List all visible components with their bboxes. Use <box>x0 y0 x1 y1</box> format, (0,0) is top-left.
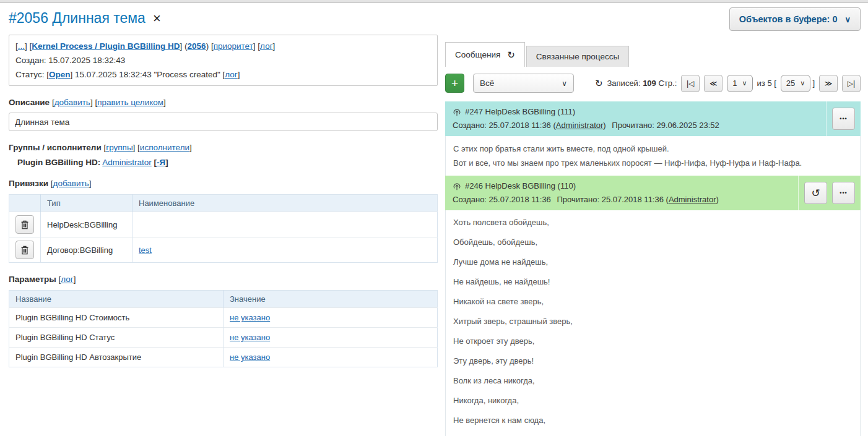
group-name: Plugin BGBilling HD: <box>17 158 100 167</box>
more-actions-button[interactable]: ••• <box>832 182 855 204</box>
message-header[interactable]: #247 HelpDesk BGBilling (111) Создано: 2… <box>445 101 861 136</box>
plus-icon: + <box>451 77 458 90</box>
param-value-link[interactable]: не указано <box>230 353 270 362</box>
bracket: ] [ <box>25 41 32 51</box>
buffer-button[interactable]: Объектов в буфере: 0 ∨ <box>729 7 861 31</box>
message-line: Не вернется к нам сюда, <box>453 416 853 425</box>
message-actions: ↺ ••• <box>799 176 861 210</box>
page-of-label: из 5 [ <box>757 79 776 88</box>
param-value-link[interactable]: не указано <box>230 333 270 342</box>
process-info-line: [...] [Kernel Process / Plugin BGBilling… <box>15 39 431 53</box>
groups-link[interactable]: группы <box>106 143 132 152</box>
more-actions-button[interactable]: ••• <box>832 108 855 130</box>
status-line: Статус: [Open] 15.07.2025 18:32:43 "Proc… <box>15 67 431 82</box>
bindings-heading-label: Привязки <box>9 179 48 188</box>
message-meta: #246 HelpDesk BGBilling (110) Создано: 2… <box>445 176 798 210</box>
message-filter-select[interactable]: Всё ∨ <box>473 74 574 93</box>
status-open-link[interactable]: Open <box>49 70 71 79</box>
param-value-link[interactable]: не указано <box>230 313 270 322</box>
chevron-down-icon: ∨ <box>844 15 851 24</box>
bracket: ] <box>165 158 168 167</box>
delete-binding-button[interactable] <box>15 215 34 234</box>
log-link[interactable]: лог <box>260 41 272 51</box>
status-text: Статус: [ <box>15 70 49 79</box>
reply-button[interactable]: ↺ <box>804 182 827 204</box>
tab-related-label: Связанные процессы <box>536 52 619 61</box>
refresh-icon[interactable]: ↻ <box>507 49 515 61</box>
bindings-table: Тип Наименование HelpDesk:BGBilling Дого… <box>9 194 438 263</box>
message-line: Не найдешь, не найдешь! <box>453 277 853 286</box>
prev-page-button[interactable]: ≪ <box>704 75 723 92</box>
priority-link[interactable]: приоритет <box>214 41 253 51</box>
refresh-icon[interactable]: ↻ <box>595 78 603 89</box>
table-row: Договор:BGBilling test <box>9 237 438 263</box>
binding-name <box>132 212 438 237</box>
description-input[interactable] <box>9 113 438 131</box>
param-name: Plugin BGBilling HD Автозакрытие <box>9 348 224 367</box>
executors-link[interactable]: исполнители <box>140 143 189 152</box>
message-body: С этих пор братья стали жить вместе, под… <box>445 136 861 176</box>
bracket: ] <box>163 98 166 107</box>
message-line: Волк из леса никогда, <box>453 376 853 385</box>
bracket: ] <box>273 41 276 51</box>
trash-icon <box>20 220 29 229</box>
created-line: Создан: 15.07.2025 18:32:43 <box>15 53 431 67</box>
table-row: HelpDesk:BGBilling <box>9 212 438 237</box>
tab-messages-label: Сообщения <box>455 50 500 59</box>
close-icon[interactable]: × <box>153 12 161 25</box>
params-heading: Параметры [лог] <box>9 275 438 284</box>
status-text: ] 15.07.2025 18:32:43 "Process created" … <box>70 70 225 79</box>
description-add-link[interactable]: добавить <box>54 98 90 107</box>
next-page-icon: ≫ <box>825 79 833 88</box>
next-page-button[interactable]: ≫ <box>819 75 838 92</box>
process-type-link[interactable]: Kernel Process / Plugin BGBilling HD <box>32 41 180 51</box>
messages-toolbar: + Всё ∨ ↻ Записей: 109 Стр.: |◁ ≪ 1 ∨ из… <box>445 74 861 93</box>
created-label: ) <box>603 121 605 130</box>
executor-link[interactable]: Administrator <box>102 158 152 167</box>
page-size-select[interactable]: 25 ∨ <box>781 75 811 92</box>
page-title: #2056 Длинная тема <box>9 10 145 27</box>
status-log-link[interactable]: лог <box>225 70 237 79</box>
reply-icon: ↺ <box>811 187 820 200</box>
ellipsis-icon: ••• <box>840 116 847 122</box>
binding-name-link[interactable]: test <box>139 246 152 255</box>
message-line: С этих пор братья стали жить вместе, под… <box>453 142 853 156</box>
binding-type: Договор:BGBilling <box>41 237 132 263</box>
chevron-down-icon: ∨ <box>800 79 805 87</box>
description-heading-label: Описание <box>9 98 50 107</box>
first-page-icon: |◁ <box>687 79 694 88</box>
page-title-row: #2056 Длинная тема × <box>9 10 438 27</box>
message-id: #247 HelpDesk BGBilling (111) <box>465 105 575 119</box>
message-header[interactable]: #246 HelpDesk BGBilling (110) Создано: 2… <box>445 176 861 210</box>
chevron-down-icon: ∨ <box>742 79 747 87</box>
message-line: Вот и все, что мы знаем про трех маленьк… <box>453 156 853 170</box>
page-number-select[interactable]: 1 ∨ <box>727 75 752 92</box>
last-page-button[interactable]: ▷| <box>842 75 861 92</box>
bracket: ] <box>812 79 815 88</box>
page-number-value: 1 <box>732 79 737 88</box>
params-log-link[interactable]: лог <box>61 275 73 284</box>
dots-link[interactable]: ... <box>18 41 25 51</box>
delete-binding-button[interactable] <box>15 241 34 259</box>
process-info-box: [...] [Kernel Process / Plugin BGBilling… <box>9 35 438 86</box>
bracket: ] [ <box>133 143 140 152</box>
first-page-button[interactable]: |◁ <box>681 75 700 92</box>
read-label: Прочитано: 25.07.2018 11:36 ( <box>557 195 668 204</box>
filter-value: Всё <box>480 79 494 88</box>
description-edit-link[interactable]: править целиком <box>97 98 163 107</box>
remove-me-link[interactable]: -Я <box>157 158 165 167</box>
bindings-col-type: Тип <box>41 195 132 212</box>
ellipsis-icon: ••• <box>840 190 847 196</box>
author-link[interactable]: Administrator <box>669 195 716 204</box>
bindings-col-actions <box>9 195 41 212</box>
buffer-label: Объектов в буфере: 0 <box>739 14 838 24</box>
chevron-down-icon: ∨ <box>562 79 567 88</box>
add-message-button[interactable]: + <box>445 74 464 93</box>
tab-messages[interactable]: Сообщения ↻ <box>445 42 525 67</box>
author-link[interactable]: Administrator <box>556 121 604 130</box>
process-id-link[interactable]: 2056 <box>188 41 206 51</box>
tab-related-processes[interactable]: Связанные процессы <box>526 46 629 67</box>
message-line: Не откроет эту дверь, <box>453 336 853 346</box>
message-line: Эту дверь, эту дверь! <box>453 356 853 365</box>
bindings-add-link[interactable]: добавить <box>53 179 89 188</box>
